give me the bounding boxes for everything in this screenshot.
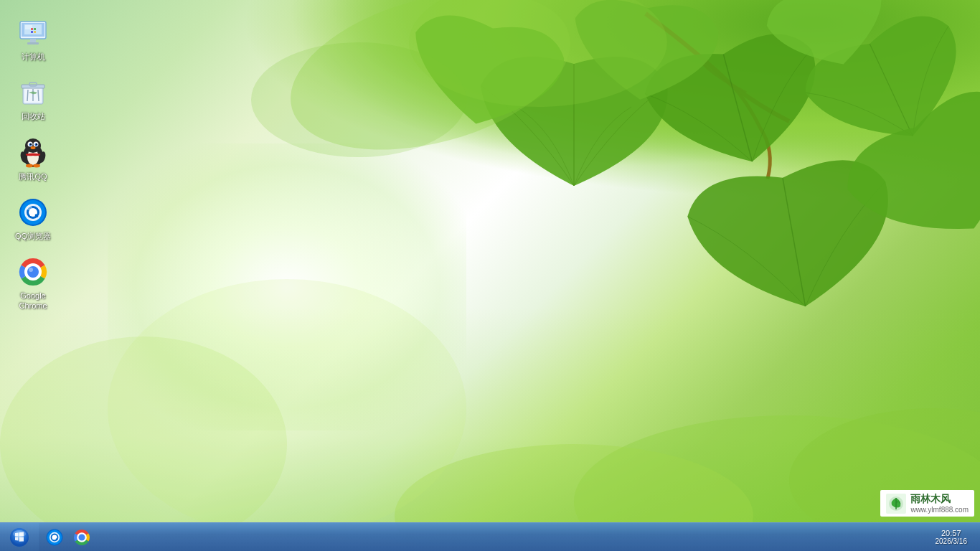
- svg-rect-15: [34, 28, 36, 30]
- svg-point-60: [78, 534, 85, 540]
- leaf-top-decoration: [143, 0, 980, 230]
- bottom-green: [0, 307, 980, 522]
- svg-point-7: [108, 279, 466, 537]
- desktop-icons-container: 计算机: [0, 7, 66, 327]
- light-center-glow: [108, 143, 466, 430]
- svg-point-36: [33, 164, 40, 167]
- chrome-icon-label: GoogleChrome: [19, 291, 47, 311]
- svg-point-45: [27, 206, 32, 210]
- desktop: 计算机: [0, 0, 980, 551]
- taskbar-chrome-icon[interactable]: [69, 525, 95, 550]
- qq-icon-label: 腾讯QQ: [19, 171, 47, 182]
- taskbar-time: 20:57: [936, 529, 968, 537]
- svg-rect-13: [27, 42, 39, 44]
- svg-rect-12: [30, 39, 36, 42]
- watermark-brand-name: 雨林木风: [910, 493, 969, 506]
- computer-desktop-icon[interactable]: 计算机: [7, 14, 59, 65]
- qq-icon-image: [17, 137, 49, 169]
- svg-rect-14: [31, 28, 33, 30]
- taskbar: 20:57 2026/3/16: [0, 522, 980, 551]
- watermark-logo-icon: [886, 494, 906, 514]
- svg-point-35: [26, 164, 33, 167]
- qq-desktop-icon[interactable]: 腾讯QQ: [7, 134, 59, 184]
- windows-orb-icon: [8, 527, 31, 548]
- svg-point-2: [409, 0, 667, 107]
- taskbar-date: 2026/3/16: [936, 537, 968, 545]
- svg-rect-17: [34, 31, 36, 33]
- watermark-url: www.ylmf888.com: [910, 506, 969, 514]
- ginkgo-leaves-decoration: [0, 0, 980, 551]
- watermark: 雨林木风 www.ylmf888.com: [880, 490, 974, 517]
- chrome-desktop-icon[interactable]: GoogleChrome: [7, 253, 59, 314]
- svg-point-0: [273, 0, 588, 177]
- taskbar-items: [39, 523, 98, 551]
- svg-point-52: [13, 530, 26, 537]
- svg-rect-16: [31, 31, 33, 33]
- svg-point-47: [27, 266, 39, 278]
- computer-icon-label: 计算机: [22, 52, 45, 62]
- svg-point-34: [31, 146, 36, 149]
- taskbar-qqbrowser-icon[interactable]: [42, 525, 67, 550]
- qqbrowser-icon-label: QQ浏览器: [15, 231, 51, 241]
- qqbrowser-desktop-icon[interactable]: QQ浏览器: [7, 194, 59, 244]
- svg-point-6: [0, 336, 287, 551]
- taskbar-right-area: 20:57 2026/3/16: [928, 529, 981, 545]
- computer-icon-image: [17, 17, 49, 49]
- svg-point-1: [251, 42, 466, 157]
- taskbar-clock[interactable]: 20:57 2026/3/16: [928, 529, 975, 545]
- background-layer: [0, 0, 980, 551]
- recycle-icon-image: [17, 77, 49, 108]
- recycle-icon-label: 回收站: [22, 111, 45, 121]
- start-button[interactable]: [0, 523, 39, 552]
- chrome-icon-image: [17, 256, 49, 288]
- svg-line-24: [38, 90, 39, 101]
- svg-point-32: [30, 143, 32, 145]
- svg-point-27: [25, 138, 41, 153]
- recycle-bin-desktop-icon[interactable]: 回收站: [7, 74, 59, 124]
- svg-line-22: [27, 90, 28, 101]
- svg-point-33: [36, 143, 37, 145]
- svg-point-48: [29, 268, 33, 272]
- qqbrowser-icon-image: [17, 197, 49, 228]
- watermark-text-container: 雨林木风 www.ylmf888.com: [910, 493, 969, 514]
